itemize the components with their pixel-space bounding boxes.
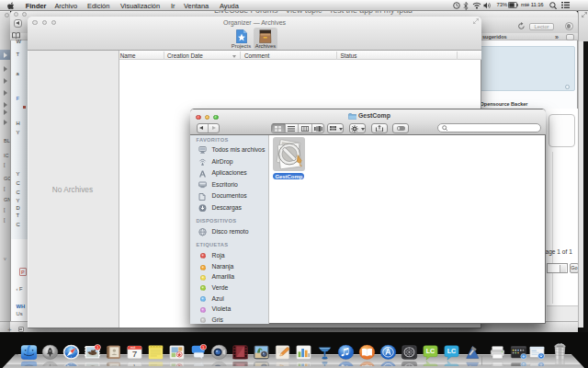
svg-text:LC: LC (426, 349, 435, 355)
svg-text:7: 7 (132, 349, 138, 359)
svg-text:LC: LC (447, 349, 457, 355)
svg-text:7: 7 (132, 362, 138, 366)
